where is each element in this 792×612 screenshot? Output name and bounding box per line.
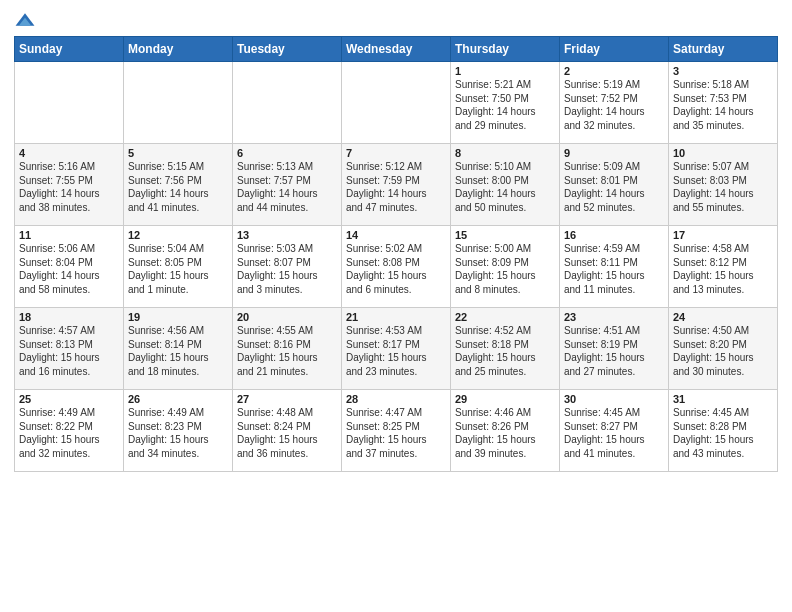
header	[14, 10, 778, 32]
day-header-wednesday: Wednesday	[342, 37, 451, 62]
day-header-friday: Friday	[560, 37, 669, 62]
day-cell: 25Sunrise: 4:49 AM Sunset: 8:22 PM Dayli…	[15, 390, 124, 472]
day-cell: 7Sunrise: 5:12 AM Sunset: 7:59 PM Daylig…	[342, 144, 451, 226]
day-cell: 24Sunrise: 4:50 AM Sunset: 8:20 PM Dayli…	[669, 308, 778, 390]
day-info: Sunrise: 4:58 AM Sunset: 8:12 PM Dayligh…	[673, 242, 773, 296]
day-info: Sunrise: 5:03 AM Sunset: 8:07 PM Dayligh…	[237, 242, 337, 296]
day-cell	[15, 62, 124, 144]
day-info: Sunrise: 4:49 AM Sunset: 8:23 PM Dayligh…	[128, 406, 228, 460]
day-number: 12	[128, 229, 228, 241]
day-cell: 11Sunrise: 5:06 AM Sunset: 8:04 PM Dayli…	[15, 226, 124, 308]
day-info: Sunrise: 4:51 AM Sunset: 8:19 PM Dayligh…	[564, 324, 664, 378]
week-row-3: 11Sunrise: 5:06 AM Sunset: 8:04 PM Dayli…	[15, 226, 778, 308]
day-number: 5	[128, 147, 228, 159]
day-info: Sunrise: 4:49 AM Sunset: 8:22 PM Dayligh…	[19, 406, 119, 460]
day-info: Sunrise: 4:59 AM Sunset: 8:11 PM Dayligh…	[564, 242, 664, 296]
day-number: 16	[564, 229, 664, 241]
page: SundayMondayTuesdayWednesdayThursdayFrid…	[0, 0, 792, 612]
day-info: Sunrise: 4:57 AM Sunset: 8:13 PM Dayligh…	[19, 324, 119, 378]
day-number: 11	[19, 229, 119, 241]
day-cell: 19Sunrise: 4:56 AM Sunset: 8:14 PM Dayli…	[124, 308, 233, 390]
day-number: 23	[564, 311, 664, 323]
day-number: 9	[564, 147, 664, 159]
day-cell: 22Sunrise: 4:52 AM Sunset: 8:18 PM Dayli…	[451, 308, 560, 390]
day-info: Sunrise: 5:07 AM Sunset: 8:03 PM Dayligh…	[673, 160, 773, 214]
day-info: Sunrise: 5:02 AM Sunset: 8:08 PM Dayligh…	[346, 242, 446, 296]
day-number: 30	[564, 393, 664, 405]
day-number: 15	[455, 229, 555, 241]
day-info: Sunrise: 4:55 AM Sunset: 8:16 PM Dayligh…	[237, 324, 337, 378]
day-number: 26	[128, 393, 228, 405]
day-number: 31	[673, 393, 773, 405]
day-number: 21	[346, 311, 446, 323]
day-info: Sunrise: 5:16 AM Sunset: 7:55 PM Dayligh…	[19, 160, 119, 214]
day-number: 27	[237, 393, 337, 405]
day-cell: 14Sunrise: 5:02 AM Sunset: 8:08 PM Dayli…	[342, 226, 451, 308]
day-cell: 28Sunrise: 4:47 AM Sunset: 8:25 PM Dayli…	[342, 390, 451, 472]
day-header-saturday: Saturday	[669, 37, 778, 62]
day-cell	[233, 62, 342, 144]
day-info: Sunrise: 4:45 AM Sunset: 8:28 PM Dayligh…	[673, 406, 773, 460]
day-cell: 3Sunrise: 5:18 AM Sunset: 7:53 PM Daylig…	[669, 62, 778, 144]
day-cell: 27Sunrise: 4:48 AM Sunset: 8:24 PM Dayli…	[233, 390, 342, 472]
day-info: Sunrise: 5:06 AM Sunset: 8:04 PM Dayligh…	[19, 242, 119, 296]
day-info: Sunrise: 5:21 AM Sunset: 7:50 PM Dayligh…	[455, 78, 555, 132]
day-cell: 5Sunrise: 5:15 AM Sunset: 7:56 PM Daylig…	[124, 144, 233, 226]
day-info: Sunrise: 5:12 AM Sunset: 7:59 PM Dayligh…	[346, 160, 446, 214]
day-header-thursday: Thursday	[451, 37, 560, 62]
day-cell: 1Sunrise: 5:21 AM Sunset: 7:50 PM Daylig…	[451, 62, 560, 144]
logo-icon	[14, 10, 36, 32]
day-number: 19	[128, 311, 228, 323]
day-cell: 20Sunrise: 4:55 AM Sunset: 8:16 PM Dayli…	[233, 308, 342, 390]
day-cell: 29Sunrise: 4:46 AM Sunset: 8:26 PM Dayli…	[451, 390, 560, 472]
day-info: Sunrise: 4:47 AM Sunset: 8:25 PM Dayligh…	[346, 406, 446, 460]
day-number: 6	[237, 147, 337, 159]
logo	[14, 10, 38, 32]
week-row-4: 18Sunrise: 4:57 AM Sunset: 8:13 PM Dayli…	[15, 308, 778, 390]
day-info: Sunrise: 5:18 AM Sunset: 7:53 PM Dayligh…	[673, 78, 773, 132]
day-number: 17	[673, 229, 773, 241]
day-number: 18	[19, 311, 119, 323]
day-header-monday: Monday	[124, 37, 233, 62]
day-cell: 9Sunrise: 5:09 AM Sunset: 8:01 PM Daylig…	[560, 144, 669, 226]
day-info: Sunrise: 4:45 AM Sunset: 8:27 PM Dayligh…	[564, 406, 664, 460]
day-cell: 10Sunrise: 5:07 AM Sunset: 8:03 PM Dayli…	[669, 144, 778, 226]
day-number: 28	[346, 393, 446, 405]
day-info: Sunrise: 5:04 AM Sunset: 8:05 PM Dayligh…	[128, 242, 228, 296]
day-number: 4	[19, 147, 119, 159]
day-cell: 2Sunrise: 5:19 AM Sunset: 7:52 PM Daylig…	[560, 62, 669, 144]
day-info: Sunrise: 5:10 AM Sunset: 8:00 PM Dayligh…	[455, 160, 555, 214]
day-cell: 15Sunrise: 5:00 AM Sunset: 8:09 PM Dayli…	[451, 226, 560, 308]
week-row-2: 4Sunrise: 5:16 AM Sunset: 7:55 PM Daylig…	[15, 144, 778, 226]
day-number: 10	[673, 147, 773, 159]
day-info: Sunrise: 5:00 AM Sunset: 8:09 PM Dayligh…	[455, 242, 555, 296]
day-info: Sunrise: 4:46 AM Sunset: 8:26 PM Dayligh…	[455, 406, 555, 460]
day-number: 22	[455, 311, 555, 323]
day-cell: 8Sunrise: 5:10 AM Sunset: 8:00 PM Daylig…	[451, 144, 560, 226]
day-cell: 12Sunrise: 5:04 AM Sunset: 8:05 PM Dayli…	[124, 226, 233, 308]
day-number: 29	[455, 393, 555, 405]
day-info: Sunrise: 4:53 AM Sunset: 8:17 PM Dayligh…	[346, 324, 446, 378]
day-info: Sunrise: 4:52 AM Sunset: 8:18 PM Dayligh…	[455, 324, 555, 378]
day-cell	[342, 62, 451, 144]
day-info: Sunrise: 4:56 AM Sunset: 8:14 PM Dayligh…	[128, 324, 228, 378]
header-row: SundayMondayTuesdayWednesdayThursdayFrid…	[15, 37, 778, 62]
day-cell: 23Sunrise: 4:51 AM Sunset: 8:19 PM Dayli…	[560, 308, 669, 390]
day-cell: 21Sunrise: 4:53 AM Sunset: 8:17 PM Dayli…	[342, 308, 451, 390]
day-info: Sunrise: 5:15 AM Sunset: 7:56 PM Dayligh…	[128, 160, 228, 214]
day-info: Sunrise: 5:13 AM Sunset: 7:57 PM Dayligh…	[237, 160, 337, 214]
day-number: 13	[237, 229, 337, 241]
day-number: 1	[455, 65, 555, 77]
day-number: 8	[455, 147, 555, 159]
week-row-1: 1Sunrise: 5:21 AM Sunset: 7:50 PM Daylig…	[15, 62, 778, 144]
day-cell	[124, 62, 233, 144]
day-info: Sunrise: 5:19 AM Sunset: 7:52 PM Dayligh…	[564, 78, 664, 132]
day-number: 3	[673, 65, 773, 77]
day-cell: 17Sunrise: 4:58 AM Sunset: 8:12 PM Dayli…	[669, 226, 778, 308]
day-info: Sunrise: 4:50 AM Sunset: 8:20 PM Dayligh…	[673, 324, 773, 378]
day-cell: 13Sunrise: 5:03 AM Sunset: 8:07 PM Dayli…	[233, 226, 342, 308]
day-cell: 18Sunrise: 4:57 AM Sunset: 8:13 PM Dayli…	[15, 308, 124, 390]
day-cell: 26Sunrise: 4:49 AM Sunset: 8:23 PM Dayli…	[124, 390, 233, 472]
day-number: 24	[673, 311, 773, 323]
day-number: 7	[346, 147, 446, 159]
